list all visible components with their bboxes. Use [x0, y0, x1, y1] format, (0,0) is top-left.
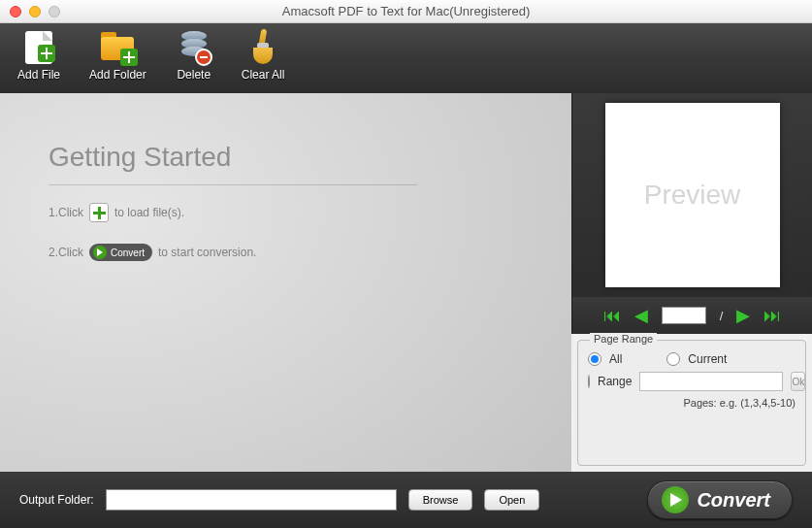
- preview-nav: ⏮ ◀ / ▶ ⏭: [571, 297, 812, 334]
- step1-suffix: to load file(s).: [114, 206, 184, 219]
- open-button[interactable]: Open: [484, 489, 539, 511]
- add-folder-icon: [99, 29, 136, 66]
- toolbar: Add File Add Folder Delete Clear All: [0, 23, 812, 93]
- bottom-bar: Output Folder: Browse Open Convert: [0, 472, 812, 528]
- preview-placeholder: Preview: [605, 103, 780, 287]
- clear-all-button[interactable]: Clear All: [242, 29, 285, 93]
- output-folder-label: Output Folder:: [19, 493, 94, 507]
- convert-mini-icon: Convert: [89, 244, 152, 261]
- last-page-button[interactable]: ⏭: [763, 307, 781, 324]
- prev-page-button[interactable]: ◀: [634, 307, 648, 324]
- getting-started-heading: Getting Started: [49, 142, 533, 173]
- convert-button[interactable]: Convert: [647, 480, 793, 519]
- add-folder-button[interactable]: Add Folder: [89, 29, 146, 93]
- browse-button[interactable]: Browse: [408, 489, 473, 511]
- convert-label: Convert: [697, 489, 770, 512]
- delete-icon: [176, 29, 212, 66]
- page-range-group: Page Range All Current Range Ok Pages: e…: [577, 340, 806, 466]
- page-range-hint: Pages: e.g. (1,3,4,5-10): [588, 397, 796, 409]
- convert-arrow-icon: [662, 486, 689, 513]
- window-title: Amacsoft PDF to Text for Mac(Unregistere…: [0, 4, 812, 18]
- delete-button[interactable]: Delete: [176, 29, 212, 93]
- clear-all-label: Clear All: [242, 68, 285, 82]
- add-file-button[interactable]: Add File: [17, 29, 60, 93]
- first-page-button[interactable]: ⏮: [603, 307, 621, 324]
- right-panel: Preview ⏮ ◀ / ▶ ⏭ Page Range All Current…: [571, 93, 812, 472]
- next-page-button[interactable]: ▶: [736, 307, 750, 324]
- titlebar: Amacsoft PDF to Text for Mac(Unregistere…: [0, 0, 812, 23]
- page-range-all-label: All: [609, 352, 622, 366]
- output-folder-input[interactable]: [106, 489, 397, 511]
- page-separator: /: [720, 309, 724, 323]
- page-range-range-label: Range: [598, 375, 632, 388]
- divider: [49, 184, 417, 185]
- add-folder-label: Add Folder: [89, 68, 146, 82]
- getting-started-step-2: 2.Click Convert to start conversion.: [49, 244, 533, 261]
- page-range-all-radio[interactable]: [588, 352, 601, 366]
- delete-label: Delete: [177, 68, 211, 82]
- page-number-input[interactable]: [662, 307, 706, 324]
- step2-prefix: 2.Click: [49, 246, 83, 259]
- step1-prefix: 1.Click: [49, 206, 83, 219]
- add-file-icon: [20, 29, 57, 66]
- clear-all-icon: [244, 29, 281, 66]
- preview-area: Preview: [571, 93, 812, 297]
- page-range-current-radio[interactable]: [666, 352, 680, 366]
- page-range-input[interactable]: [639, 372, 783, 391]
- add-file-mini-icon: [89, 203, 109, 222]
- page-range-legend: Page Range: [590, 333, 657, 345]
- step2-suffix: to start conversion.: [158, 246, 256, 259]
- file-list-panel: Getting Started 1.Click to load file(s).…: [0, 93, 571, 472]
- page-range-current-label: Current: [688, 352, 727, 366]
- page-range-range-radio[interactable]: [588, 375, 590, 388]
- page-range-ok-button[interactable]: Ok: [791, 372, 805, 391]
- getting-started-step-1: 1.Click to load file(s).: [49, 203, 533, 222]
- content-area: Getting Started 1.Click to load file(s).…: [0, 93, 812, 472]
- add-file-label: Add File: [17, 68, 60, 82]
